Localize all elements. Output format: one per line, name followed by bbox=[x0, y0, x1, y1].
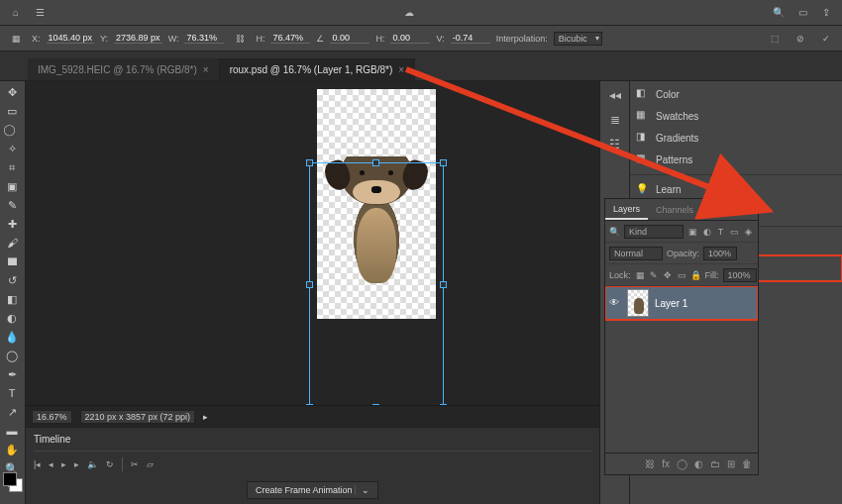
frame-tool-icon[interactable]: ▣ bbox=[0, 177, 24, 195]
doc-info[interactable]: 2210 px x 3857 px (72 ppi) bbox=[80, 410, 196, 424]
marquee-tool-icon[interactable]: ▭ bbox=[0, 102, 24, 120]
value-w[interactable]: 76.31% bbox=[184, 33, 224, 44]
workspace-icon[interactable]: ▭ bbox=[792, 4, 812, 22]
filter-kind-icon[interactable]: 🔍 bbox=[609, 227, 620, 237]
filter-icons[interactable]: ▣◐T▭◈ bbox=[687, 227, 754, 237]
document-tab-title: IMG_5928.HEIC @ 16.7% (RGB/8*) bbox=[38, 64, 197, 75]
link-icon[interactable]: ⛓ bbox=[230, 30, 250, 48]
trash-icon[interactable]: 🗑 bbox=[742, 458, 752, 469]
document-tab[interactable]: roux.psd @ 16.7% (Layer 1, RGB/8*) × bbox=[220, 58, 416, 80]
hand-tool-icon[interactable]: ✋ bbox=[0, 441, 24, 458]
mask-icon[interactable]: ◯ bbox=[677, 458, 687, 469]
panel-patterns[interactable]: ▩Patterns bbox=[630, 149, 842, 170]
panel-gradients[interactable]: ◨Gradients bbox=[630, 127, 842, 149]
interpolation-select[interactable]: Bicubic bbox=[554, 32, 602, 46]
warp-icon[interactable]: ⬚ bbox=[765, 30, 785, 48]
blend-mode-select[interactable]: Normal bbox=[609, 247, 663, 260]
search-icon[interactable]: 🔍 bbox=[769, 4, 789, 22]
pen-tool-icon[interactable]: ✒ bbox=[0, 365, 24, 383]
move-tool-icon[interactable]: ✥ bbox=[0, 83, 24, 101]
prev-frame-icon[interactable]: ◂ bbox=[49, 459, 53, 469]
label-angle: ∠ bbox=[316, 34, 324, 44]
value-h[interactable]: 76.47% bbox=[270, 33, 310, 44]
panel-color[interactable]: ◧Color bbox=[630, 83, 842, 105]
history-brush-icon[interactable]: ↺ bbox=[0, 271, 24, 289]
cancel-icon[interactable]: ⊘ bbox=[790, 30, 810, 48]
zoom-field[interactable]: 16.67% bbox=[32, 410, 72, 424]
value-angle[interactable]: 0.00 bbox=[330, 33, 369, 44]
next-frame-icon[interactable]: ▸ bbox=[74, 459, 79, 469]
opacity-label: Opacity: bbox=[667, 249, 699, 258]
group-icon[interactable]: 🗀 bbox=[710, 458, 720, 469]
scissors-icon[interactable]: ✂ bbox=[131, 459, 139, 469]
visibility-icon[interactable]: 👁 bbox=[609, 297, 621, 309]
tab-layers[interactable]: Layers bbox=[605, 200, 648, 220]
canvas-area[interactable] bbox=[26, 81, 599, 405]
toolbar: ✥ ▭ ⃝ ✧ ⌗ ▣ ✎ ✚ 🖌 ⯀ ↺ ◧ ◐ 💧 ◯ ✒ T ↗ ▬ ✋ … bbox=[0, 81, 26, 504]
dodge-tool-icon[interactable]: ◯ bbox=[0, 347, 24, 364]
collapse-icon[interactable]: ▸▸ bbox=[740, 205, 758, 215]
expand-icon[interactable]: ◂◂ bbox=[603, 84, 627, 106]
lock-label: Lock: bbox=[609, 270, 631, 280]
crop-tool-icon[interactable]: ⌗ bbox=[0, 158, 24, 176]
panel-menu-icon[interactable]: ≡ bbox=[758, 205, 771, 215]
audio-icon[interactable]: 🔈 bbox=[87, 459, 98, 469]
heal-tool-icon[interactable]: ✚ bbox=[0, 215, 24, 233]
history-icon[interactable]: ≣ bbox=[603, 109, 627, 131]
tab-paths[interactable]: Paths bbox=[701, 201, 740, 219]
reference-point-icon[interactable]: ▦ bbox=[6, 30, 26, 48]
home-icon[interactable]: ⌂ bbox=[6, 4, 26, 22]
blur-tool-icon[interactable]: 💧 bbox=[0, 328, 24, 346]
fill-field[interactable]: 100% bbox=[723, 268, 757, 282]
timeline-title: Timeline bbox=[34, 432, 591, 452]
document-tabs: IMG_5928.HEIC @ 16.7% (RGB/8*) × roux.ps… bbox=[0, 51, 842, 81]
play-icon[interactable]: ▸ bbox=[61, 459, 66, 469]
value-y[interactable]: 2736.89 px bbox=[114, 33, 162, 44]
label-x: X: bbox=[32, 34, 41, 44]
transition-icon[interactable]: ▱ bbox=[147, 459, 154, 469]
opacity-field[interactable]: 100% bbox=[703, 247, 737, 260]
create-frame-button[interactable]: Create Frame Animation ⌄ bbox=[247, 481, 378, 499]
loop-icon[interactable]: ↻ bbox=[106, 459, 114, 469]
shape-tool-icon[interactable]: ▬ bbox=[0, 422, 24, 440]
cloud-icon[interactable]: ☁ bbox=[399, 4, 419, 22]
panel-learn[interactable]: 💡Learn bbox=[630, 174, 842, 200]
share-icon[interactable]: ⇪ bbox=[816, 4, 836, 22]
eraser-tool-icon[interactable]: ◧ bbox=[0, 290, 24, 308]
eyedropper-tool-icon[interactable]: ✎ bbox=[0, 196, 24, 214]
filter-kind-select[interactable]: Kind bbox=[624, 225, 684, 239]
lasso-tool-icon[interactable]: ⃝ bbox=[0, 121, 24, 139]
value-skew-v[interactable]: -0.74 bbox=[451, 33, 490, 44]
label-y: Y: bbox=[100, 34, 108, 44]
properties-icon[interactable]: ☷ bbox=[603, 134, 627, 155]
type-tool-icon[interactable]: T bbox=[0, 384, 24, 402]
commit-icon[interactable]: ✓ bbox=[816, 30, 836, 48]
close-icon[interactable]: × bbox=[203, 64, 209, 75]
first-frame-icon[interactable]: |◂ bbox=[34, 459, 41, 469]
link-layers-icon[interactable]: ⛓ bbox=[645, 458, 655, 469]
layers-footer: ⛓ fx ◯ ◐ 🗀 ⊞ 🗑 bbox=[605, 453, 758, 474]
stamp-tool-icon[interactable]: ⯀ bbox=[0, 252, 24, 270]
tab-channels[interactable]: Channels bbox=[648, 201, 701, 219]
lock-icons[interactable]: ▦✎✥▭🔒 bbox=[635, 270, 701, 280]
menu-icon[interactable]: ☰ bbox=[30, 4, 50, 22]
wand-tool-icon[interactable]: ✧ bbox=[0, 140, 24, 157]
chevron-down-icon[interactable]: ⌄ bbox=[355, 485, 369, 495]
label-interpolation: Interpolation: bbox=[496, 34, 548, 44]
panel-swatches[interactable]: ▦Swatches bbox=[630, 105, 842, 127]
gradient-tool-icon[interactable]: ◐ bbox=[0, 309, 24, 327]
new-layer-icon[interactable]: ⊞ bbox=[727, 458, 735, 469]
adjustment-layer-icon[interactable]: ◐ bbox=[694, 458, 703, 469]
close-icon[interactable]: × bbox=[398, 64, 404, 75]
brush-tool-icon[interactable]: 🖌 bbox=[0, 234, 24, 252]
layer-thumbnail[interactable] bbox=[627, 289, 649, 317]
fx-icon[interactable]: fx bbox=[662, 458, 670, 469]
label-w: W: bbox=[168, 34, 179, 44]
layer-row[interactable]: 👁 Layer 1 bbox=[605, 286, 758, 320]
value-skew-h[interactable]: 0.00 bbox=[390, 33, 430, 44]
document-tab[interactable]: IMG_5928.HEIC @ 16.7% (RGB/8*) × bbox=[28, 58, 220, 80]
value-x[interactable]: 1045.40 px bbox=[47, 33, 95, 44]
layer-name[interactable]: Layer 1 bbox=[655, 298, 687, 309]
chevron-right-icon[interactable]: ▸ bbox=[203, 412, 208, 422]
path-tool-icon[interactable]: ↗ bbox=[0, 403, 24, 421]
